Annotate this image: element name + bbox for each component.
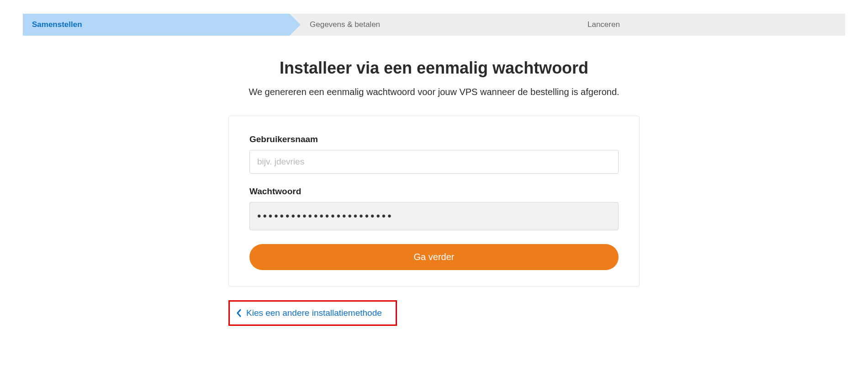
- chevron-left-icon: [236, 309, 242, 317]
- step-label: Lanceren: [587, 20, 620, 29]
- continue-button[interactable]: Ga verder: [249, 244, 619, 270]
- page-subtitle: We genereren een eenmalig wachtwoord voo…: [215, 87, 653, 97]
- step-label: Samenstellen: [32, 20, 82, 29]
- step-label: Gegevens & betalen: [310, 20, 380, 29]
- password-display: ••••••••••••••••••••••••: [249, 202, 619, 230]
- username-input[interactable]: [249, 150, 619, 174]
- page-title: Installeer via een eenmalig wachtwoord: [215, 58, 653, 78]
- username-label: Gebruikersnaam: [249, 134, 619, 144]
- step-samenstellen[interactable]: Samenstellen: [23, 14, 290, 36]
- choose-other-method-link[interactable]: Kies een andere installatiemethode: [246, 308, 382, 318]
- password-label: Wachtwoord: [249, 186, 619, 197]
- form-card: Gebruikersnaam Wachtwoord ••••••••••••••…: [228, 116, 640, 287]
- step-gegevens-betalen[interactable]: Gegevens & betalen: [290, 14, 567, 36]
- back-link-highlighted: Kies een andere installatiemethode: [228, 300, 397, 326]
- step-lanceren[interactable]: Lanceren: [567, 14, 845, 36]
- progress-stepper: Samenstellen Gegevens & betalen Lanceren: [23, 14, 845, 36]
